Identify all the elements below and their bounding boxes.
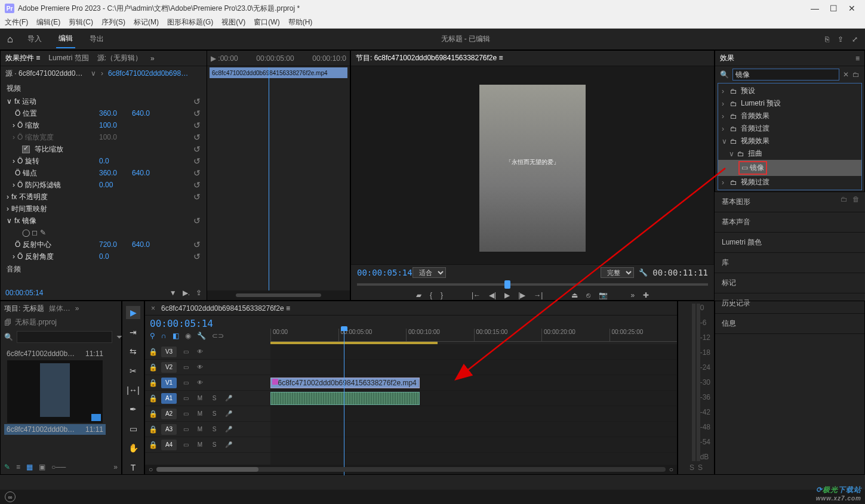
- sequence-tab[interactable]: 6c8fc471002ddd0b6984156338276f2e ≡: [161, 304, 290, 313]
- goto-out-icon[interactable]: →|: [534, 291, 543, 299]
- reset-icon[interactable]: ↺: [165, 252, 201, 261]
- wrench-icon[interactable]: 🔧: [197, 332, 206, 340]
- menu-window[interactable]: 窗口(W): [254, 17, 279, 27]
- quick-export-icon[interactable]: ⎘: [825, 35, 829, 44]
- track-header-a3[interactable]: 🔒A3▭MS🎤: [145, 422, 270, 437]
- timeline-ruler[interactable]: 00:00 00:00:05:00 00:00:10:00 00:00:15:0…: [270, 316, 677, 344]
- reset-icon[interactable]: ↺: [165, 168, 201, 178]
- fx-video-transitions[interactable]: ›🗀视频过渡: [718, 176, 861, 188]
- panel-markers[interactable]: 标记: [715, 273, 865, 293]
- panel-menu-icon[interactable]: ≡: [855, 54, 860, 63]
- prop-anchor[interactable]: Ö 锚点: [7, 168, 99, 178]
- ec-playhead[interactable]: [269, 67, 269, 290]
- snap-icon[interactable]: ⚲: [150, 332, 155, 340]
- anchor-y[interactable]: 640.0: [132, 169, 165, 177]
- pen-tool[interactable]: ✒: [126, 403, 140, 416]
- reset-icon[interactable]: ↺: [165, 109, 201, 118]
- step-back-icon[interactable]: ◀|: [489, 291, 496, 299]
- solo-left[interactable]: S: [689, 463, 694, 472]
- prop-uniform[interactable]: 等比缩放: [7, 144, 99, 154]
- filter-icon[interactable]: ▼: [170, 289, 177, 297]
- video-clip[interactable]: 6c8fc471002ddd0b6984156338276f2e.mp4 [V]: [270, 378, 420, 388]
- reset-icon[interactable]: ↺: [165, 180, 201, 190]
- play-icon[interactable]: ▶: [504, 291, 510, 299]
- marker-icon[interactable]: ◧: [173, 332, 179, 340]
- zoom-fit-select[interactable]: 适合: [413, 267, 446, 278]
- ec-scrollbar[interactable]: [236, 293, 321, 297]
- reset-icon[interactable]: ↺: [165, 216, 201, 225]
- more-tabs-icon[interactable]: »: [75, 304, 79, 313]
- tab-source-noclip[interactable]: 源:（无剪辑）: [97, 51, 142, 66]
- menu-sequence[interactable]: 序列(S): [101, 17, 125, 27]
- program-time-left[interactable]: 00:00:05:14: [357, 268, 413, 277]
- reset-icon[interactable]: ↺: [165, 97, 201, 106]
- prop-mirror[interactable]: ∨ fx 镜像: [7, 216, 99, 226]
- slip-tool[interactable]: |↔|: [126, 384, 140, 397]
- timeline-scrollbar[interactable]: [156, 467, 666, 472]
- effects-search-input[interactable]: [732, 69, 839, 81]
- minimize-button[interactable]: —: [811, 4, 819, 13]
- prop-antiflicker[interactable]: › Ö 防闪烁滤镜: [7, 180, 99, 190]
- mark-in-icon[interactable]: {: [430, 291, 432, 299]
- menu-file[interactable]: 文件(F): [5, 17, 28, 27]
- track-header-v1[interactable]: 🔒V1▭👁: [145, 375, 270, 391]
- add-button-icon[interactable]: ✚: [643, 291, 649, 299]
- new-bin-icon[interactable]: 🗀: [852, 70, 860, 79]
- prop-timeremap[interactable]: › 时间重映射: [7, 204, 99, 214]
- tab-media[interactable]: 媒体…: [49, 304, 70, 314]
- track-select-tool[interactable]: ⇥: [126, 325, 140, 338]
- mark-out-icon[interactable]: }: [441, 291, 443, 299]
- reset-icon[interactable]: ↺: [165, 240, 201, 249]
- tab-effects[interactable]: 效果: [720, 51, 734, 66]
- project-search-input[interactable]: [17, 331, 112, 343]
- reset-icon[interactable]: ↺: [165, 156, 201, 166]
- panel-lumetri-color[interactable]: Lumetri 颜色: [715, 233, 865, 253]
- linked-selection-icon[interactable]: ∩: [161, 332, 167, 340]
- resolution-select[interactable]: 完整: [601, 267, 634, 278]
- cc-icon[interactable]: ⊂⊃: [212, 332, 224, 340]
- program-slider[interactable]: [357, 280, 708, 289]
- menu-edit[interactable]: 编辑(E): [36, 17, 60, 27]
- type-tool[interactable]: T: [126, 461, 140, 474]
- tab-edit[interactable]: 编辑: [56, 30, 75, 48]
- prop-reflection-angle[interactable]: › Ö 反射角度: [7, 252, 99, 262]
- track-header-a2[interactable]: 🔒A2▭MS🎤: [145, 406, 270, 422]
- menu-markers[interactable]: 标记(M): [134, 17, 159, 27]
- reset-icon[interactable]: ↺: [165, 144, 201, 154]
- panel-libraries[interactable]: 库: [715, 253, 865, 273]
- zoom-slider[interactable]: ○──: [51, 463, 66, 471]
- scale-value[interactable]: 100.0: [99, 121, 132, 129]
- anchor-x[interactable]: 360.0: [99, 169, 132, 177]
- settings-icon[interactable]: 🔧: [639, 268, 648, 277]
- ripple-edit-tool[interactable]: ⇆: [126, 345, 140, 358]
- solo-right[interactable]: S: [698, 463, 703, 472]
- icon-view-icon[interactable]: ▦: [26, 463, 33, 471]
- tab-import[interactable]: 导入: [25, 30, 44, 48]
- prop-reflection-center[interactable]: Ö 反射中心: [7, 240, 99, 250]
- prop-opacity[interactable]: › fx 不透明度: [7, 192, 99, 202]
- track-header-v3[interactable]: 🔒V3▭👁: [145, 344, 270, 360]
- razor-tool[interactable]: ✂: [126, 364, 140, 377]
- fx-video-effects[interactable]: ∨🗀视频效果: [718, 135, 861, 147]
- track-header-a1[interactable]: 🔒A1▭MS🎤: [145, 391, 270, 406]
- goto-in-icon[interactable]: |←: [472, 291, 481, 299]
- lift-icon[interactable]: ⏏: [571, 291, 578, 299]
- fx-distort[interactable]: ∨🗀扭曲: [718, 147, 861, 160]
- menu-clip[interactable]: 剪辑(C): [69, 17, 93, 27]
- rotation-value[interactable]: 0.0: [99, 157, 132, 165]
- more-options-icon[interactable]: »: [113, 463, 118, 471]
- fx-presets[interactable]: ›🗀预设: [718, 85, 861, 97]
- refl-x[interactable]: 720.0: [99, 240, 132, 249]
- share-icon[interactable]: ⇪: [838, 35, 844, 44]
- timeline-track-area[interactable]: 6c8fc471002ddd0b6984156338276f2e.mp4 [V]: [270, 344, 677, 465]
- add-marker-icon[interactable]: ▰: [416, 291, 421, 299]
- fx-audio-effects[interactable]: ›🗀音频效果: [718, 110, 861, 122]
- home-icon[interactable]: ⌂: [7, 34, 13, 45]
- menu-graphics[interactable]: 图形和标题(G): [167, 17, 213, 27]
- settings-icon[interactable]: ◉: [185, 332, 191, 340]
- position-x[interactable]: 360.0: [99, 109, 132, 118]
- ec-sequence-label[interactable]: 6c8fc471002ddd0b69841…: [108, 69, 189, 78]
- tab-export[interactable]: 导出: [87, 30, 106, 48]
- freeform-icon[interactable]: ✎: [4, 463, 10, 471]
- flicker-value[interactable]: 0.00: [99, 181, 132, 189]
